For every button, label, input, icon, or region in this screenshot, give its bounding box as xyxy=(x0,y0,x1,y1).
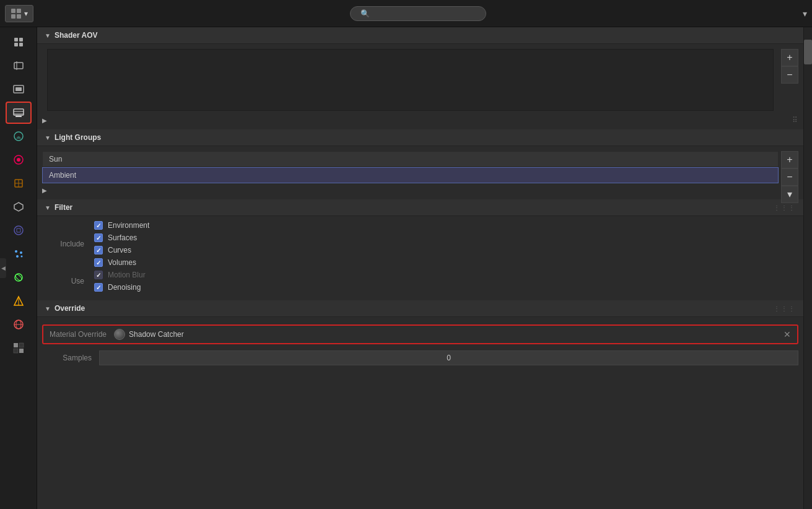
filter-use-row: Use Motion Blur Denoising xyxy=(47,271,793,292)
override-dots: ⋮⋮⋮ xyxy=(774,305,796,312)
svg-rect-1 xyxy=(17,9,21,13)
light-groups-list-item-sun[interactable]: Sun xyxy=(42,151,779,167)
render-icon xyxy=(12,83,25,95)
filter-environment-checkbox[interactable] xyxy=(94,221,103,230)
sidebar-item-nodes[interactable] xyxy=(6,290,32,312)
light-groups-expand-row[interactable]: ▶ ⠿ xyxy=(37,183,803,197)
content-area: ▼ Shader AOV + − ▶ ⠿ ▼ xyxy=(37,27,803,509)
filter-curves-label: Curves xyxy=(108,246,131,254)
filter-surfaces-label: Surfaces xyxy=(108,233,137,242)
filter-include-row: Include Environment Surfaces Curves xyxy=(47,221,793,267)
scrollbar-thumb[interactable] xyxy=(804,40,812,64)
svg-rect-5 xyxy=(19,38,23,41)
top-bar-right: ▾ xyxy=(803,9,807,19)
top-bar-chevron-button[interactable]: ▾ xyxy=(803,9,807,19)
filter-triangle: ▼ xyxy=(45,204,51,211)
filter-environment-label: Environment xyxy=(108,221,149,230)
svg-point-23 xyxy=(15,250,17,253)
light-groups-remove-button[interactable]: − xyxy=(781,168,798,186)
shader-aov-remove-button[interactable]: − xyxy=(781,66,798,84)
svg-point-18 xyxy=(17,158,20,162)
material-override-row: Material Override Shadow Catcher ✕ xyxy=(42,324,798,344)
filter-volumes-row: Volumes xyxy=(94,258,149,267)
shader-aov-triangle: ▼ xyxy=(45,32,51,39)
light-groups-list-item-ambient[interactable]: Ambient xyxy=(42,167,779,183)
filter-include-label: Include xyxy=(47,240,84,248)
shader-aov-expand-row[interactable]: ▶ ⠿ xyxy=(37,113,803,127)
light-groups-down-button[interactable]: ▾ xyxy=(781,186,798,203)
sidebar-item-physics[interactable] xyxy=(6,266,32,289)
sidebar-item-object-data[interactable] xyxy=(6,196,32,218)
filter-motion-blur-label: Motion Blur xyxy=(108,271,146,279)
sidebar-item-modifiers[interactable] xyxy=(6,172,32,194)
sidebar-item-constraints[interactable] xyxy=(6,149,32,171)
svg-point-22 xyxy=(14,226,23,235)
nodes-icon xyxy=(12,295,25,307)
shader-aov-add-button[interactable]: + xyxy=(781,49,798,66)
material-override-label: Material Override xyxy=(50,330,107,339)
filter-include-checkboxes: Environment Surfaces Curves Volumes xyxy=(94,221,149,267)
light-groups-body: Sun Ambient + − ▾ ▶ ⠿ xyxy=(37,146,803,199)
filter-use-label: Use xyxy=(47,277,84,285)
sidebar-item-tools[interactable] xyxy=(6,31,32,53)
light-groups-triangle: ▼ xyxy=(45,134,51,141)
override-body: Material Override Shadow Catcher ✕ Sampl… xyxy=(37,317,803,374)
override-triangle: ▼ xyxy=(45,305,51,312)
editor-dropdown-arrow: ▾ xyxy=(24,9,28,18)
shader-aov-buttons: + − xyxy=(781,49,798,84)
object-data-icon xyxy=(12,201,25,213)
filter-surfaces-checkbox[interactable] xyxy=(94,233,103,242)
material-override-value[interactable]: Shadow Catcher xyxy=(114,329,784,340)
svg-rect-6 xyxy=(14,43,18,46)
light-groups-header[interactable]: ▼ Light Groups xyxy=(37,129,803,146)
filter-header[interactable]: ▼ Filter ⋮⋮⋮ xyxy=(37,199,803,216)
filter-motion-blur-checkbox[interactable] xyxy=(94,271,103,279)
material-override-clear-button[interactable]: ✕ xyxy=(784,329,791,339)
sidebar-collapse-button[interactable]: ◀ xyxy=(0,258,6,278)
filter-motion-blur-row: Motion Blur xyxy=(94,271,146,279)
shader-aov-list-area xyxy=(47,49,774,111)
filter-curves-row: Curves xyxy=(94,246,149,254)
sidebar-item-world[interactable] xyxy=(6,313,32,336)
modifiers-icon xyxy=(12,177,25,189)
svg-point-25 xyxy=(16,255,19,258)
material-icon xyxy=(12,130,25,142)
sidebar-item-scene[interactable] xyxy=(6,54,32,77)
sidebar-item-material[interactable] xyxy=(6,125,32,147)
filter-denoising-row: Denoising xyxy=(94,283,146,292)
override-header[interactable]: ▼ Override ⋮⋮⋮ xyxy=(37,300,803,317)
samples-row: Samples 0 xyxy=(37,347,803,369)
light-groups-add-button[interactable]: + xyxy=(781,151,798,168)
svg-rect-2 xyxy=(11,14,15,19)
top-bar: ▾ ▾ xyxy=(0,0,812,27)
shader-aov-content: + − xyxy=(42,49,798,111)
override-section: ▼ Override ⋮⋮⋮ Material Override Shadow … xyxy=(37,300,803,374)
search-bar xyxy=(33,6,803,21)
sidebar-item-object-props[interactable] xyxy=(6,219,32,241)
shadow-catcher-sphere-icon xyxy=(114,329,125,340)
filter-volumes-checkbox[interactable] xyxy=(94,258,103,267)
svg-point-26 xyxy=(20,256,22,258)
search-input[interactable] xyxy=(350,6,486,21)
light-groups-buttons: + − ▾ xyxy=(781,151,798,203)
shader-aov-header[interactable]: ▼ Shader AOV xyxy=(37,27,803,44)
svg-rect-0 xyxy=(11,9,15,13)
filter-curves-checkbox[interactable] xyxy=(94,246,103,254)
scene-icon xyxy=(12,59,25,72)
sidebar-item-render[interactable] xyxy=(6,78,32,100)
svg-rect-15 xyxy=(15,116,22,117)
sidebar-item-view-layer[interactable] xyxy=(6,102,32,124)
sidebar-item-checker[interactable] xyxy=(6,337,32,359)
svg-rect-35 xyxy=(19,343,24,347)
svg-rect-34 xyxy=(14,343,18,347)
scrollbar-area xyxy=(803,27,812,509)
filter-body: Include Environment Surfaces Curves xyxy=(37,216,803,300)
svg-point-24 xyxy=(20,251,22,254)
filter-title: Filter xyxy=(55,203,72,212)
filter-denoising-checkbox[interactable] xyxy=(94,283,103,292)
top-bar-left: ▾ xyxy=(5,5,33,22)
filter-dots: ⋮⋮⋮ xyxy=(774,204,796,211)
sidebar-item-particles[interactable] xyxy=(6,243,32,265)
editor-type-button[interactable]: ▾ xyxy=(5,5,33,22)
samples-input[interactable]: 0 xyxy=(99,350,798,365)
